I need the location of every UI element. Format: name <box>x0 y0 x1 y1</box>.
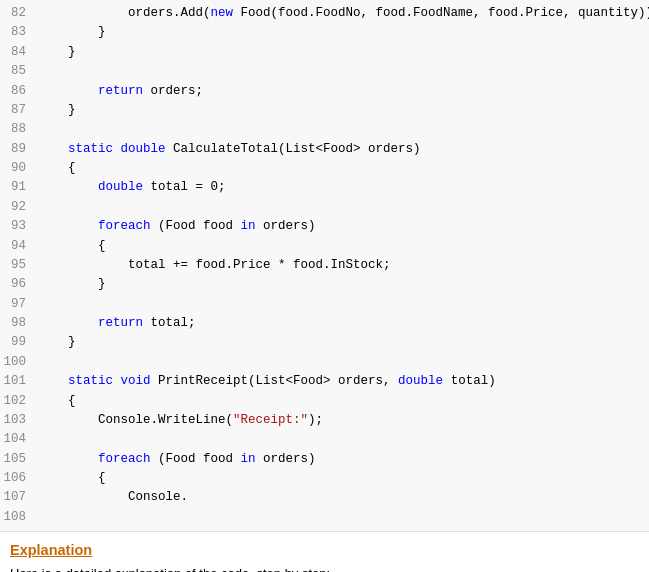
line-number: 92 <box>0 198 38 217</box>
code-line-106: 106 { <box>0 469 649 488</box>
code-line-86: 86 return orders; <box>0 82 649 101</box>
code-line-105: 105 foreach (Food food in orders) <box>0 450 649 469</box>
line-number: 103 <box>0 411 38 430</box>
line-number: 82 <box>0 4 38 23</box>
code-line-93: 93 foreach (Food food in orders) <box>0 217 649 236</box>
code-line-99: 99 } <box>0 333 649 352</box>
code-line-90: 90 { <box>0 159 649 178</box>
line-number: 85 <box>0 62 38 81</box>
line-number: 89 <box>0 140 38 159</box>
line-number: 91 <box>0 178 38 197</box>
code-line-98: 98 return total; <box>0 314 649 333</box>
line-number: 93 <box>0 217 38 236</box>
line-number: 102 <box>0 392 38 411</box>
code-line-87: 87 } <box>0 101 649 120</box>
code-line-107: 107 Console. <box>0 488 649 507</box>
line-number: 107 <box>0 488 38 507</box>
line-number: 96 <box>0 275 38 294</box>
code-line-94: 94 { <box>0 237 649 256</box>
line-number: 86 <box>0 82 38 101</box>
code-line-88: 88 <box>0 120 649 139</box>
line-number: 83 <box>0 23 38 42</box>
code-line-92: 92 <box>0 198 649 217</box>
line-number: 104 <box>0 430 38 449</box>
line-number: 88 <box>0 120 38 139</box>
line-number: 99 <box>0 333 38 352</box>
code-line-95: 95 total += food.Price * food.InStock; <box>0 256 649 275</box>
line-number: 90 <box>0 159 38 178</box>
code-line-101: 101 static void PrintReceipt(List<Food> … <box>0 372 649 391</box>
code-line-103: 103 Console.WriteLine("Receipt:"); <box>0 411 649 430</box>
explanation-title: Explanation <box>10 542 639 558</box>
line-number: 87 <box>0 101 38 120</box>
code-line-91: 91 double total = 0; <box>0 178 649 197</box>
line-number: 106 <box>0 469 38 488</box>
code-line-97: 97 <box>0 295 649 314</box>
code-line-89: 89 static double CalculateTotal(List<Foo… <box>0 140 649 159</box>
code-line-104: 104 <box>0 430 649 449</box>
code-line-108: 108 <box>0 508 649 527</box>
line-number: 105 <box>0 450 38 469</box>
line-number: 100 <box>0 353 38 372</box>
line-number: 94 <box>0 237 38 256</box>
code-line-96: 96 } <box>0 275 649 294</box>
line-number: 95 <box>0 256 38 275</box>
code-line-85: 85 <box>0 62 649 81</box>
line-number: 101 <box>0 372 38 391</box>
code-line-83: 83 } <box>0 23 649 42</box>
explanation-intro: Here is a detailed explanation of the co… <box>10 566 639 572</box>
line-number: 108 <box>0 508 38 527</box>
line-number: 98 <box>0 314 38 333</box>
code-line-100: 100 <box>0 353 649 372</box>
line-number: 97 <box>0 295 38 314</box>
code-block: 82 orders.Add(new Food(food.FoodNo, food… <box>0 0 649 532</box>
code-line-102: 102 { <box>0 392 649 411</box>
explanation-section: Explanation Here is a detailed explanati… <box>0 532 649 572</box>
line-number: 84 <box>0 43 38 62</box>
code-line-82: 82 orders.Add(new Food(food.FoodNo, food… <box>0 4 649 23</box>
code-line-84: 84 } <box>0 43 649 62</box>
